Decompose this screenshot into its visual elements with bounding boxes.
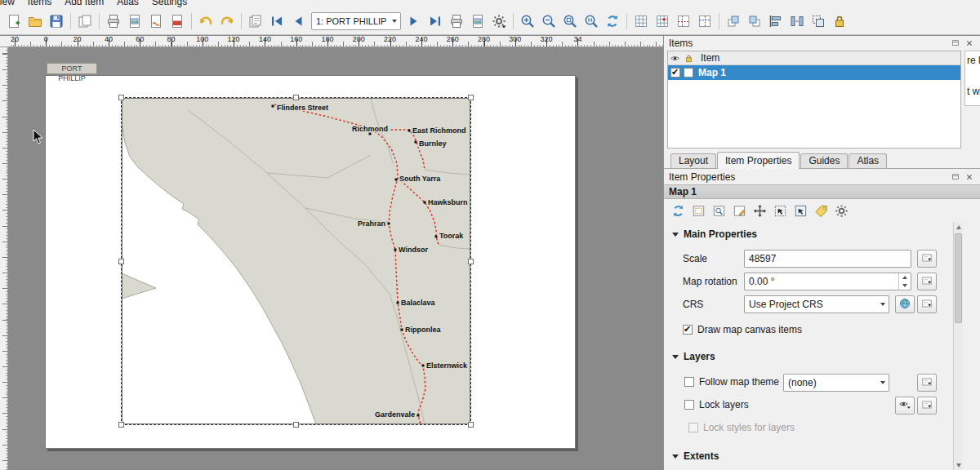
layout-canvas[interactable]: PORT PHILLIP: [8, 47, 663, 470]
print-atlas-icon[interactable]: [446, 11, 467, 32]
nav-last-icon[interactable]: [425, 11, 446, 32]
toolbar-separator: [241, 13, 242, 29]
export-svg-icon[interactable]: [145, 11, 167, 32]
export-atlas-icon[interactable]: [467, 11, 488, 32]
visibility-checkbox[interactable]: [670, 68, 680, 78]
resize-handle[interactable]: [293, 422, 299, 428]
tag-icon[interactable]: [812, 202, 831, 220]
section-layers[interactable]: Layers: [672, 349, 715, 364]
new-layout-icon[interactable]: [3, 11, 24, 32]
close-panel-icon[interactable]: [964, 171, 975, 183]
tab-atlas[interactable]: Atlas: [849, 153, 887, 168]
raise-items-icon[interactable]: [723, 11, 744, 32]
resize-handle[interactable]: [468, 259, 474, 264]
nav-prev-icon[interactable]: [287, 11, 309, 32]
atlas-feature-combo[interactable]: 1: PORT PHILLIP: [311, 12, 401, 30]
duplicate-icon[interactable]: [74, 11, 96, 32]
snap-grid-icon[interactable]: [652, 11, 673, 32]
set-extent-icon[interactable]: [689, 202, 708, 220]
zoom-actual-icon[interactable]: [581, 11, 602, 32]
menu-items[interactable]: Items: [21, 0, 58, 7]
resize-handle[interactable]: [118, 259, 124, 264]
menu-settings[interactable]: Settings: [145, 0, 194, 7]
section-main-properties[interactable]: Main Properties: [672, 227, 757, 242]
refresh-icon[interactable]: [602, 11, 623, 32]
item-column-header: Item: [696, 52, 719, 64]
tab-layout[interactable]: Layout: [670, 153, 716, 168]
menu-add-item[interactable]: Add Item: [58, 0, 110, 7]
follow-map-theme-checkbox[interactable]: [684, 377, 694, 387]
distribute-items-icon[interactable]: [786, 11, 808, 32]
tab-guides[interactable]: Guides: [800, 153, 848, 168]
refresh-icon[interactable]: [669, 202, 688, 220]
move-content-icon[interactable]: [751, 202, 769, 220]
menu-atlas[interactable]: Atlas: [110, 0, 145, 7]
lock-items-icon[interactable]: [829, 11, 850, 32]
lock-layers-checkbox[interactable]: [684, 400, 694, 410]
print-icon[interactable]: [103, 11, 124, 32]
atlas-settings-icon[interactable]: [488, 11, 510, 32]
spin-down-icon[interactable]: [899, 282, 911, 290]
data-defined-override-button[interactable]: [917, 374, 937, 392]
spin-up-icon[interactable]: [899, 273, 911, 282]
map-theme-combobox[interactable]: (none): [783, 374, 889, 392]
scale-input[interactable]: 48597: [744, 250, 911, 268]
data-defined-override-button[interactable]: [917, 250, 937, 268]
smart-guides-icon[interactable]: [694, 11, 715, 32]
map-item[interactable]: Flinders StreetRichmondEast RichmondBurn…: [122, 98, 470, 424]
nav-next-icon[interactable]: [403, 11, 425, 32]
save-icon[interactable]: [46, 11, 67, 32]
data-defined-override-button[interactable]: [917, 295, 937, 313]
scroll-up-icon[interactable]: [954, 222, 964, 232]
chevron-down-icon: [876, 303, 889, 306]
items-row-map1[interactable]: Map 1: [668, 65, 960, 80]
lock-checkbox[interactable]: [684, 68, 693, 78]
group-items-icon[interactable]: [808, 11, 829, 32]
resize-handle[interactable]: [118, 95, 124, 100]
section-extents[interactable]: Extents: [672, 449, 719, 463]
ruler-corner: [0, 36, 8, 47]
gear-icon[interactable]: [832, 202, 851, 220]
data-defined-override-button[interactable]: [917, 273, 937, 290]
spinner-arrows[interactable]: [898, 273, 911, 290]
open-folder-icon[interactable]: [24, 11, 46, 32]
ruler-label: 34: [573, 36, 581, 43]
redo-icon[interactable]: [216, 11, 238, 32]
undo-icon[interactable]: [195, 11, 216, 32]
set-locked-layers-button[interactable]: [895, 397, 915, 415]
lower-items-icon[interactable]: [744, 11, 765, 32]
export-image-icon[interactable]: [124, 11, 145, 32]
zoom-out-icon[interactable]: [538, 11, 559, 32]
float-panel-icon[interactable]: [950, 171, 961, 183]
float-panel-icon[interactable]: [950, 38, 961, 49]
resize-handle[interactable]: [293, 95, 299, 100]
menu-view[interactable]: View: [0, 0, 21, 7]
scroll-down-icon[interactable]: [954, 460, 964, 470]
resize-handle[interactable]: [118, 422, 124, 428]
edit-extent-icon[interactable]: [730, 202, 749, 220]
station-label: Balaclava: [401, 299, 436, 307]
resize-handle[interactable]: [468, 422, 474, 428]
scrollbar[interactable]: [953, 222, 963, 470]
resize-handle[interactable]: [468, 95, 474, 100]
select-crs-button[interactable]: [895, 295, 915, 313]
close-panel-icon[interactable]: [964, 38, 975, 49]
tab-item-properties[interactable]: Item Properties: [717, 152, 800, 169]
view-extent-icon[interactable]: [710, 202, 728, 220]
nav-first-icon[interactable]: [266, 11, 287, 32]
align-items-icon[interactable]: [765, 11, 786, 32]
select-frame-icon[interactable]: [771, 202, 790, 220]
crs-combobox[interactable]: Use Project CRS: [744, 295, 889, 313]
draw-canvas-items-checkbox[interactable]: [683, 325, 693, 335]
ruler-label: 180: [321, 36, 333, 43]
scrollbar-thumb[interactable]: [955, 233, 962, 323]
map-rotation-spinbox[interactable]: 0.00 °: [744, 273, 911, 290]
select-content-icon[interactable]: [791, 202, 810, 220]
export-pdf-icon[interactable]: [167, 11, 188, 32]
grid-icon[interactable]: [630, 11, 652, 32]
atlas-preview-icon[interactable]: [245, 11, 266, 32]
zoom-in-icon[interactable]: [517, 11, 538, 32]
data-defined-override-button[interactable]: [917, 397, 937, 415]
zoom-full-icon[interactable]: [559, 11, 581, 32]
guides-icon[interactable]: [673, 11, 694, 32]
